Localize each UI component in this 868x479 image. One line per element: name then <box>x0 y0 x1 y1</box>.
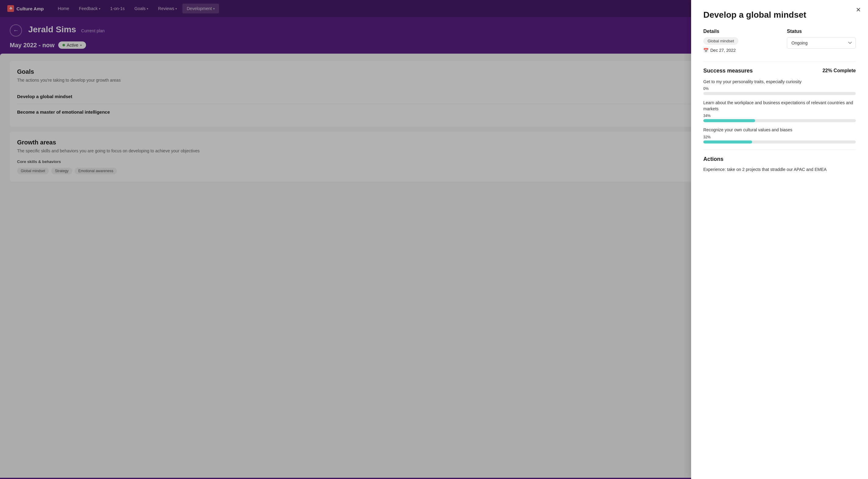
measure-item-3: Recognize your own cultural values and b… <box>703 127 856 143</box>
measure-label-2: Learn about the workplace and business e… <box>703 100 856 112</box>
actions-section: Actions Experience: take on 2 projects t… <box>703 156 856 173</box>
measure-label-3: Recognize your own cultural values and b… <box>703 127 856 133</box>
measure-item-2: Learn about the workplace and business e… <box>703 100 856 122</box>
status-select[interactable]: Ongoing Complete Not started <box>787 37 856 49</box>
date-value: Dec 27, 2022 <box>710 48 736 53</box>
modal-content: Develop a global mindset Details Global … <box>691 0 868 182</box>
modal-status-col: Status Ongoing Complete Not started <box>787 29 856 53</box>
progress-bar-bg-2 <box>703 119 856 122</box>
modal-title: Develop a global mindset <box>703 10 856 20</box>
measure-pct-2: 34% <box>703 114 856 118</box>
measure-pct-1: 0% <box>703 87 856 91</box>
actions-title: Actions <box>703 156 856 162</box>
progress-bar-bg-1 <box>703 92 856 95</box>
close-icon: ✕ <box>856 6 861 13</box>
detail-tag: Global mindset <box>703 37 738 45</box>
progress-bar-fill-3 <box>703 140 752 143</box>
measure-item-1: Get to my your personality traits, espec… <box>703 79 856 95</box>
divider-2 <box>703 149 856 150</box>
modal-panel: ✕ Develop a global mindset Details Globa… <box>691 0 868 479</box>
complete-pct: 22% Complete <box>823 68 856 73</box>
divider-1 <box>703 61 856 62</box>
status-col-label: Status <box>787 29 856 34</box>
measure-pct-3: 32% <box>703 135 856 139</box>
modal-details-col: Details Global mindset 📅 Dec 27, 2022 <box>703 29 772 53</box>
progress-bar-bg-3 <box>703 140 856 143</box>
detail-date: 📅 Dec 27, 2022 <box>703 48 772 53</box>
modal-details-row: Details Global mindset 📅 Dec 27, 2022 St… <box>703 29 856 53</box>
close-button[interactable]: ✕ <box>854 5 863 14</box>
action-text: Experience: take on 2 projects that stra… <box>703 166 856 173</box>
measure-label-1: Get to my your personality traits, espec… <box>703 79 856 85</box>
calendar-icon: 📅 <box>703 48 709 53</box>
success-measures-title: Success measures <box>703 68 753 74</box>
success-header: Success measures 22% Complete <box>703 68 856 74</box>
details-label: Details <box>703 29 772 34</box>
progress-bar-fill-2 <box>703 119 755 122</box>
